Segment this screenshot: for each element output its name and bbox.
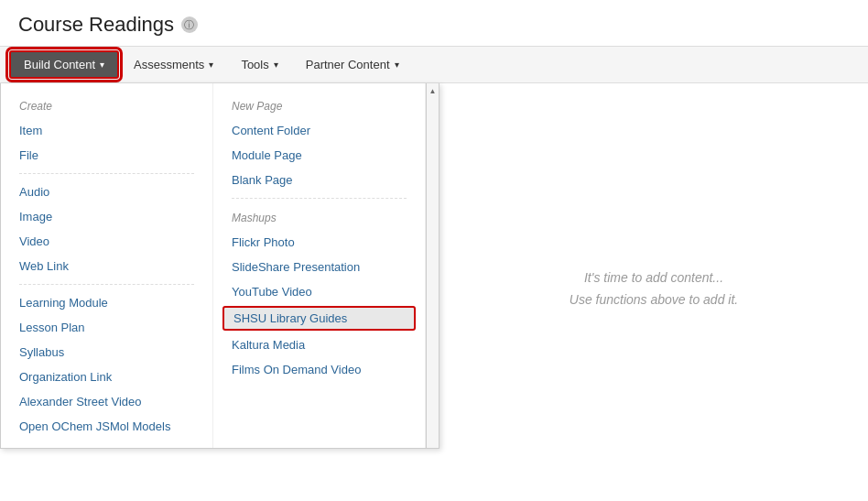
menu-item-content-folder[interactable]: Content Folder xyxy=(213,118,425,143)
mashups-section-title: Mashups xyxy=(213,204,425,230)
new-page-section-title: New Page xyxy=(213,93,425,118)
tools-button[interactable]: Tools ▾ xyxy=(228,52,290,77)
partner-content-label: Partner Content xyxy=(306,58,390,71)
build-content-dropdown: Create Item File Audio Image Video Web L… xyxy=(0,83,439,449)
assessments-button[interactable]: Assessments ▾ xyxy=(121,52,226,77)
separator-2 xyxy=(19,284,194,285)
menu-item-organization-link[interactable]: Organization Link xyxy=(1,365,212,389)
menu-item-item[interactable]: Item xyxy=(1,118,212,143)
build-content-chevron: ▾ xyxy=(100,60,104,70)
assessments-chevron: ▾ xyxy=(209,60,213,70)
menu-item-alexander-street[interactable]: Alexander Street Video xyxy=(1,389,212,414)
tools-label: Tools xyxy=(241,58,268,71)
dropdown-col-new-page: New Page Content Folder Module Page Blan… xyxy=(213,83,426,448)
menu-item-web-link[interactable]: Web Link xyxy=(1,254,212,278)
build-content-label: Build Content xyxy=(24,58,95,71)
menu-item-module-page[interactable]: Module Page xyxy=(213,143,425,168)
menu-item-syllabus[interactable]: Syllabus xyxy=(1,340,212,365)
dropdown-col-create: Create Item File Audio Image Video Web L… xyxy=(1,83,213,448)
menu-item-audio[interactable]: Audio xyxy=(1,180,212,204)
menu-item-video[interactable]: Video xyxy=(1,229,212,254)
page-title: Course Readings xyxy=(18,13,174,37)
info-icon[interactable]: ⓘ xyxy=(181,16,198,33)
menu-item-slideshare[interactable]: SlideShare Presentation xyxy=(213,255,425,279)
menu-item-blank-page[interactable]: Blank Page xyxy=(213,168,425,192)
empty-content-line1: It's time to add content... xyxy=(584,270,723,285)
build-content-button[interactable]: Build Content ▾ xyxy=(9,50,119,79)
menu-item-lesson-plan[interactable]: Lesson Plan xyxy=(1,315,212,340)
partner-content-button[interactable]: Partner Content ▾ xyxy=(293,52,412,77)
page-header: Course Readings ⓘ xyxy=(0,0,868,47)
menu-item-learning-module[interactable]: Learning Module xyxy=(1,290,212,315)
create-section-title: Create xyxy=(1,93,212,118)
menu-item-youtube[interactable]: YouTube Video xyxy=(213,279,425,304)
menu-item-films-on-demand[interactable]: Films On Demand Video xyxy=(213,357,425,382)
menu-item-open-ochem[interactable]: Open OChem JSMol Models xyxy=(1,414,212,439)
tools-chevron: ▾ xyxy=(274,60,278,70)
menu-item-kaltura[interactable]: Kaltura Media xyxy=(213,332,425,357)
menu-item-flickr[interactable]: Flickr Photo xyxy=(213,230,425,255)
partner-content-chevron: ▾ xyxy=(395,60,399,70)
empty-content-line2: Use functions above to add it. xyxy=(570,292,738,307)
scrollbar[interactable]: ▲ xyxy=(426,83,439,448)
menu-item-file[interactable]: File xyxy=(1,143,212,168)
scroll-up-icon[interactable]: ▲ xyxy=(428,85,439,97)
separator-3 xyxy=(232,198,407,199)
assessments-label: Assessments xyxy=(134,58,204,71)
menu-item-image[interactable]: Image xyxy=(1,204,212,229)
content-area: Create Item File Audio Image Video Web L… xyxy=(0,83,868,493)
separator-1 xyxy=(19,173,194,174)
toolbar: Build Content ▾ Assessments ▾ Tools ▾ Pa… xyxy=(0,47,868,83)
menu-item-shsu-library[interactable]: SHSU Library Guides xyxy=(222,306,416,331)
